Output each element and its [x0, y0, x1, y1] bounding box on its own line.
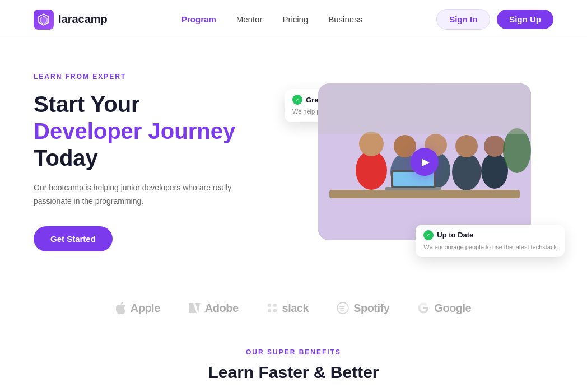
nav-pricing[interactable]: Pricing: [282, 15, 308, 24]
hero-right: ✓ Great & Solid We help people how to fi…: [296, 83, 553, 240]
nav-actions: Sign In Sign Up: [436, 9, 553, 30]
card-bottom-desc: We encourage people to use the latest te…: [423, 242, 557, 252]
adobe-icon: [188, 303, 201, 313]
google-icon: [417, 302, 430, 314]
hero-title-purple: Developer Journey: [34, 119, 235, 143]
slack-icon: [267, 302, 278, 314]
float-card-bottom: ✓ Up to Date We encourage people to use …: [416, 225, 565, 258]
logos-section: Apple Adobe slack Spotify: [0, 274, 587, 332]
hero-title: Start Your Developer Journey Today: [34, 91, 246, 171]
signup-button[interactable]: Sign Up: [497, 10, 553, 29]
get-started-button[interactable]: Get Started: [34, 226, 113, 251]
svg-rect-22: [273, 309, 277, 312]
brand-name: laracamp: [58, 13, 108, 26]
benefits-title: Learn Faster & Better: [34, 363, 553, 382]
hero-image: [318, 83, 531, 240]
svg-point-13: [484, 136, 505, 157]
svg-point-4: [356, 151, 387, 190]
svg-rect-3: [329, 190, 520, 198]
google-label: Google: [434, 302, 471, 315]
card-bottom-title: Up to Date: [437, 231, 473, 239]
apple-label: Apple: [131, 302, 160, 315]
check-icon-top: ✓: [292, 95, 302, 105]
svg-point-17: [503, 128, 531, 173]
logo-slack: slack: [267, 302, 309, 315]
nav-mentor[interactable]: Mentor: [236, 15, 263, 24]
svg-rect-18: [318, 83, 531, 134]
logo-spotify: Spotify: [337, 302, 389, 315]
svg-point-5: [359, 132, 384, 156]
nav-program[interactable]: Program: [181, 15, 216, 24]
hero-section: LEARN FROM EXPERT Start Your Developer J…: [0, 39, 587, 274]
logo-adobe: Adobe: [188, 302, 239, 315]
logo-apple: Apple: [116, 302, 160, 315]
nav-business[interactable]: Business: [328, 15, 362, 24]
hero-left: LEARN FROM EXPERT Start Your Developer J…: [34, 73, 246, 251]
svg-marker-1: [40, 16, 47, 24]
hero-title-part1: Start Your: [34, 92, 140, 116]
spotify-label: Spotify: [353, 302, 389, 315]
svg-point-10: [452, 153, 481, 190]
hero-label: LEARN FROM EXPERT: [34, 73, 246, 81]
logo[interactable]: laracamp: [34, 10, 108, 30]
adobe-label: Adobe: [205, 302, 239, 315]
check-icon-bottom: ✓: [423, 230, 434, 240]
spotify-icon: [337, 302, 349, 314]
people-image: [318, 83, 531, 240]
hero-title-part2: Today: [34, 146, 98, 170]
signin-button[interactable]: Sign In: [436, 9, 490, 30]
logo-icon: [34, 10, 54, 30]
benefits-label: OUR SUPER BENEFITS: [34, 348, 553, 356]
benefits-section: OUR SUPER BENEFITS Learn Faster & Better…: [0, 332, 587, 392]
play-button[interactable]: [411, 148, 439, 176]
navbar: laracamp Program Mentor Pricing Business…: [0, 0, 587, 39]
logo-google: Google: [417, 302, 471, 315]
svg-point-11: [455, 135, 478, 157]
hero-description: Our bootcamp is helping junior developer…: [34, 181, 246, 208]
apple-icon: [116, 302, 126, 314]
svg-rect-19: [268, 304, 271, 307]
nav-links: Program Mentor Pricing Business: [181, 15, 362, 24]
slack-label: slack: [282, 302, 309, 315]
svg-rect-20: [273, 304, 277, 307]
svg-rect-21: [268, 309, 271, 312]
